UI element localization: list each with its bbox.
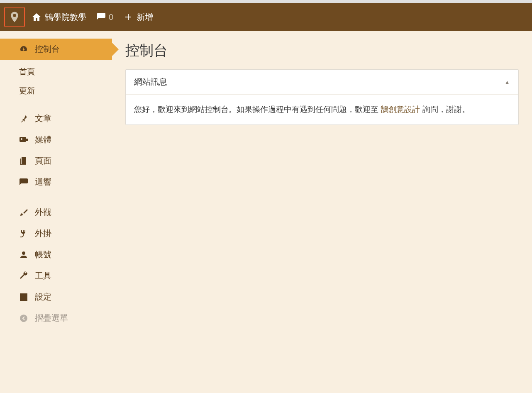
brush-icon bbox=[18, 207, 29, 218]
sidebar-item-media[interactable]: 媒體 bbox=[12, 129, 112, 150]
sidebar-subitem-home[interactable]: 首頁 bbox=[12, 62, 112, 81]
logo-icon bbox=[8, 11, 21, 23]
panel-body: 您好，歡迎來到網站控制台。如果操作過程中有遇到任何問題，歡迎至 鵠創意設計 詢問… bbox=[126, 95, 518, 124]
comment-icon bbox=[96, 12, 106, 22]
panel-text-post: 詢問，謝謝。 bbox=[420, 105, 469, 114]
sidebar-item-label: 設定 bbox=[35, 291, 51, 303]
sidebar-item-label: 外觀 bbox=[35, 207, 51, 218]
sidebar-item-label: 迴響 bbox=[35, 176, 51, 188]
admin-topbar: 鵠學院教學 0 新增 bbox=[0, 3, 532, 31]
sidebar-item-comments[interactable]: 迴響 bbox=[12, 171, 112, 193]
sidebar-item-label: 工具 bbox=[35, 270, 51, 281]
svg-point-0 bbox=[20, 315, 27, 322]
collapse-icon bbox=[18, 313, 29, 324]
sidebar-item-label: 帳號 bbox=[35, 249, 51, 260]
topbar-new[interactable]: 新增 bbox=[118, 3, 158, 31]
panel-link[interactable]: 鵠創意設計 bbox=[381, 105, 420, 114]
sidebar-item-pages[interactable]: 頁面 bbox=[12, 150, 112, 171]
chevron-up-icon: ▲ bbox=[504, 79, 510, 85]
main-content: 控制台 網站訊息 ▲ 您好，歡迎來到網站控制台。如果操作過程中有遇到任何問題，歡… bbox=[112, 31, 532, 393]
sidebar-item-tools[interactable]: 工具 bbox=[12, 265, 112, 286]
sidebar-item-settings[interactable]: 設定 bbox=[12, 286, 112, 308]
sidebar-item-label: 摺疊選單 bbox=[35, 312, 68, 324]
pages-icon bbox=[18, 156, 29, 166]
sidebar-separator bbox=[12, 193, 112, 202]
comment-icon bbox=[18, 177, 29, 188]
sidebar-item-posts[interactable]: 文章 bbox=[12, 108, 112, 129]
plug-icon bbox=[18, 228, 29, 239]
plus-icon bbox=[123, 12, 133, 22]
sidebar-item-label: 外掛 bbox=[35, 228, 51, 239]
sidebar-item-label: 控制台 bbox=[35, 44, 60, 55]
sidebar-item-label: 媒體 bbox=[35, 134, 51, 145]
sidebar-item-label: 文章 bbox=[35, 113, 51, 124]
site-info-panel: 網站訊息 ▲ 您好，歡迎來到網站控制台。如果操作過程中有遇到任何問題，歡迎至 鵠… bbox=[125, 69, 519, 125]
panel-text-pre: 您好，歡迎來到網站控制台。如果操作過程中有遇到任何問題，歡迎至 bbox=[134, 105, 381, 114]
topbar-site-name[interactable]: 鵠學院教學 bbox=[27, 3, 91, 31]
panel-title: 網站訊息 bbox=[134, 76, 167, 88]
wrench-icon bbox=[18, 271, 29, 281]
sidebar-submenu-dashboard: 首頁 更新 bbox=[12, 62, 112, 100]
new-label: 新增 bbox=[137, 12, 153, 23]
sidebar-item-collapse[interactable]: 摺疊選單 bbox=[12, 308, 112, 329]
home-icon bbox=[32, 12, 41, 22]
pin-icon bbox=[18, 113, 29, 124]
sidebar-item-dashboard[interactable]: 控制台 bbox=[0, 39, 112, 60]
page-title: 控制台 bbox=[125, 41, 519, 60]
site-logo-highlighted[interactable] bbox=[4, 7, 25, 27]
site-name-label: 鵠學院教學 bbox=[45, 12, 86, 23]
topbar-comments[interactable]: 0 bbox=[91, 3, 118, 31]
panel-header[interactable]: 網站訊息 ▲ bbox=[126, 70, 518, 95]
sliders-icon bbox=[18, 292, 29, 303]
dashboard-icon bbox=[18, 44, 29, 55]
user-icon bbox=[18, 249, 29, 260]
sidebar-item-appearance[interactable]: 外觀 bbox=[12, 202, 112, 223]
sidebar-item-plugins[interactable]: 外掛 bbox=[12, 223, 112, 244]
sidebar-item-label: 頁面 bbox=[35, 155, 51, 166]
sidebar-item-users[interactable]: 帳號 bbox=[12, 244, 112, 265]
admin-sidebar: 控制台 首頁 更新 文章 媒體 頁面 迴響 外觀 外掛 bbox=[0, 31, 112, 393]
sidebar-subitem-updates[interactable]: 更新 bbox=[12, 81, 112, 100]
media-icon bbox=[18, 134, 29, 145]
browser-chrome bbox=[0, 0, 532, 3]
comment-count: 0 bbox=[109, 12, 113, 22]
